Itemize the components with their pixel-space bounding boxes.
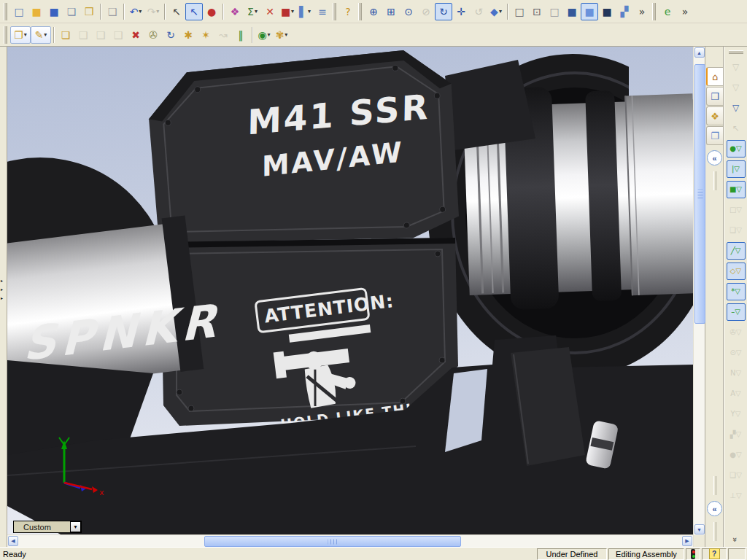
vertical-scrollbar[interactable]: ▲ ▼ — [693, 47, 705, 547]
filter-planes-icon[interactable]: ◇▽ — [727, 262, 746, 280]
zoom-to-area-icon[interactable]: ⊞ — [382, 3, 400, 20]
split-window-dropdown-arrow[interactable]: ▾ — [308, 9, 311, 15]
toolbar-overflow2-icon[interactable]: » — [676, 3, 694, 20]
feature-pane-splitter[interactable]: ▸ ▸ ▸ — [1, 279, 3, 300]
help-icon[interactable]: ? — [339, 3, 357, 20]
toolbar-grip[interactable] — [358, 3, 362, 20]
task-pane-grip2[interactable] — [713, 476, 716, 495]
exploded-view-icon[interactable]: ✶ — [197, 26, 214, 44]
file-explorer-tab[interactable]: ❖ — [706, 106, 724, 125]
task-pane-grip[interactable] — [713, 171, 716, 190]
scroll-down-icon[interactable]: ▼ — [694, 524, 705, 534]
hidden-lines-visible-icon[interactable]: ⊡ — [528, 3, 546, 20]
split-window-icon[interactable]: ▌▾ — [296, 3, 314, 20]
select-icon[interactable]: ↖ — [168, 3, 185, 20]
task-pane-grip3[interactable] — [713, 522, 716, 541]
customize-features-dropdown-arrow[interactable]: ▾ — [285, 32, 287, 38]
combo-dropdown-button[interactable]: ▼ — [70, 521, 81, 532]
scroll-up-icon[interactable]: ▲ — [694, 47, 705, 58]
toolbox-icon[interactable]: ■▾ — [279, 3, 296, 20]
solidworks-resources-tab[interactable]: ⌂ — [706, 67, 724, 86]
smart-fasteners-icon[interactable]: ✱ — [179, 26, 197, 44]
wireframe-icon[interactable]: □ — [511, 3, 528, 20]
filter-vertices-icon[interactable]: ●▽ — [727, 140, 746, 158]
undo-icon[interactable]: ↶▾ — [127, 3, 144, 20]
stoplight-icon[interactable]: ● — [203, 3, 220, 20]
h-scroll-track[interactable] — [19, 535, 681, 547]
shaded-with-edges-icon[interactable]: ■ — [563, 3, 581, 20]
save-icon[interactable]: ■ — [45, 3, 63, 20]
measure-icon[interactable]: Σ▾ — [244, 3, 261, 20]
change-suppression-icon[interactable]: ✖ — [127, 26, 144, 44]
new-document-icon[interactable]: □ — [10, 3, 28, 20]
filter-axes-icon[interactable]: ╱▽ — [727, 242, 746, 260]
zoom-to-fit-icon[interactable]: ⊕ — [365, 3, 382, 20]
sketch-icon[interactable]: ✎▾ — [31, 26, 51, 44]
toolbar-grip[interactable] — [4, 3, 7, 20]
filter-toggle-icon: ▽ — [727, 58, 746, 76]
view-orientation-combo[interactable]: Custom ▼ — [13, 521, 82, 533]
zoom-in-out-icon[interactable]: ⊙ — [400, 3, 417, 20]
v-scroll-thumb[interactable] — [694, 64, 705, 324]
toolbar-grip[interactable] — [333, 3, 336, 20]
shaded-icon[interactable]: ■ — [581, 3, 598, 20]
toolbar-grip[interactable] — [652, 3, 656, 20]
graphics-viewport[interactable]: M41 SSR MAV/AW ATTENTION: — [7, 47, 693, 534]
rotate-view-icon[interactable]: ↻ — [435, 3, 452, 20]
options-list-icon[interactable]: ≡ — [314, 3, 331, 20]
make-assembly-icon[interactable]: ❒ — [80, 3, 98, 20]
status-bar: Ready Under Defined Editing Assembly ? — [0, 547, 747, 560]
mate-icon[interactable]: ✇ — [144, 26, 162, 44]
hidden-lines-removed-icon[interactable]: □ — [546, 3, 563, 20]
scroll-left-icon[interactable]: ◀ — [8, 536, 18, 546]
filter-toolbar-grip[interactable] — [729, 50, 743, 54]
h-scroll-thumb[interactable] — [204, 536, 461, 547]
select-all-filters-icon[interactable]: ▽ — [727, 99, 746, 117]
edrawings-publish-icon[interactable]: e — [659, 3, 676, 20]
measure-dropdown-arrow[interactable]: ▾ — [255, 9, 258, 15]
collapse-task-pane-button[interactable]: « — [707, 150, 722, 166]
open-icon[interactable]: ■ — [28, 3, 45, 20]
section-view-icon[interactable]: ✕ — [261, 3, 279, 20]
rotate-component-icon[interactable]: ↻ — [162, 26, 179, 44]
standard-views-icon[interactable]: ◆▾ — [487, 3, 505, 20]
toolbar-separator — [53, 27, 55, 43]
filter-edges-icon[interactable]: |▽ — [727, 160, 746, 178]
sketch-dropdown-arrow[interactable]: ▾ — [44, 32, 47, 38]
standard-views-dropdown-arrow[interactable]: ▾ — [499, 9, 502, 15]
status-stoplight-cell[interactable] — [686, 548, 700, 560]
assemblyxpert-icon[interactable]: ◉▾ — [255, 26, 273, 44]
redo-dropdown-arrow[interactable]: ▾ — [156, 9, 159, 15]
assemblyxpert-dropdown-arrow[interactable]: ▾ — [268, 32, 271, 38]
insert-component-icon[interactable]: ❐▾ — [10, 26, 31, 44]
status-help-cell[interactable]: ? — [702, 548, 727, 560]
pan-icon[interactable]: ✛ — [452, 3, 470, 20]
toolbox-dropdown-arrow[interactable]: ▾ — [291, 9, 294, 15]
print-icon[interactable]: ❑ — [104, 3, 121, 20]
perspective-icon[interactable]: ▞ — [616, 3, 633, 20]
make-smart-component-icon[interactable]: ❏ — [57, 26, 74, 44]
photoworks-items-tab[interactable]: ❐ — [706, 126, 724, 145]
filter-mates-icon: ✇▽ — [727, 324, 746, 341]
v-scroll-track[interactable] — [694, 58, 705, 524]
make-drawing-icon[interactable]: ❏ — [63, 3, 80, 20]
insert-component-dropdown-arrow[interactable]: ▾ — [24, 32, 27, 38]
toolbar-grip[interactable] — [4, 26, 7, 44]
undo-dropdown-arrow[interactable]: ▾ — [139, 9, 142, 15]
filter-midpoints-icon[interactable]: –▽ — [727, 303, 746, 321]
selection-filter-toggle-icon[interactable]: ↖ — [185, 3, 203, 20]
customize-features-icon[interactable]: ✾▾ — [273, 26, 290, 44]
edit-color-icon[interactable]: ❖ — [226, 3, 244, 20]
model-upper-box[interactable]: M41 SSR MAV/AW — [147, 49, 460, 248]
toolbar-overflow-icon[interactable]: » — [633, 3, 651, 20]
scroll-right-icon[interactable]: ▶ — [682, 536, 692, 546]
interference-detection-icon[interactable]: ‖ — [232, 26, 249, 44]
horizontal-scrollbar[interactable]: ◀ ▶ — [7, 534, 693, 547]
filter-faces-icon[interactable]: ■▽ — [727, 181, 746, 198]
model-canvas[interactable]: M41 SSR MAV/AW ATTENTION: — [7, 47, 693, 534]
filter-overflow-icon[interactable]: » — [732, 537, 740, 542]
design-library-tab[interactable]: ❒ — [706, 87, 724, 106]
collapse-task-pane-button2[interactable]: « — [707, 501, 722, 516]
filter-points-icon[interactable]: *▽ — [727, 283, 746, 300]
shadows-icon[interactable]: ■ — [598, 3, 616, 20]
